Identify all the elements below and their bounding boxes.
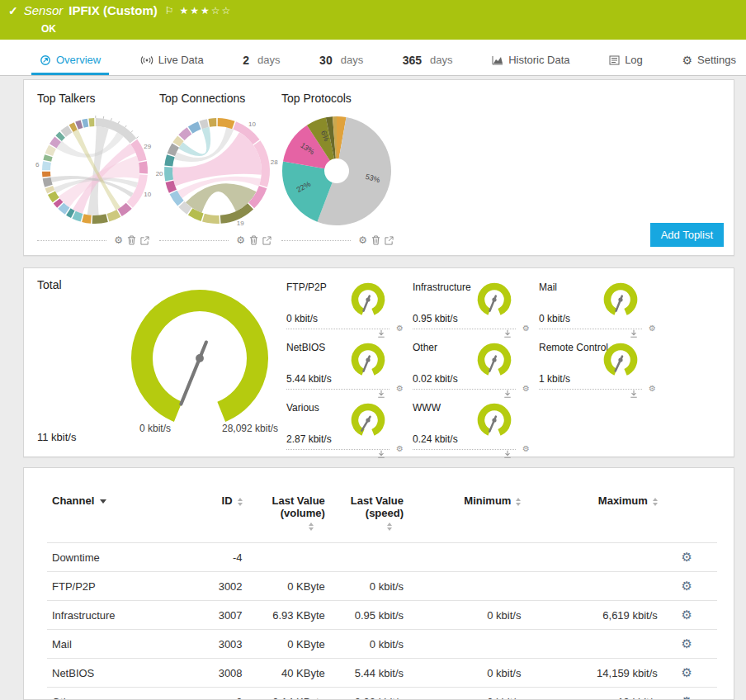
- cell-minimum: [408, 630, 526, 659]
- cell-maximum: [526, 572, 662, 601]
- toplist-options-icon[interactable]: ⚙: [114, 235, 123, 245]
- column-label: ID: [222, 494, 233, 507]
- status-badge: OK: [41, 23, 56, 35]
- tab-log[interactable]: Log: [601, 47, 651, 75]
- cell-minimum: [408, 543, 526, 572]
- tab-2-days-unit: days: [257, 54, 280, 66]
- cell-channel: Other: [47, 688, 187, 700]
- channel-settings-icon[interactable]: ⚙: [682, 636, 692, 650]
- delete-toplist-icon[interactable]: [371, 235, 380, 245]
- tab-settings[interactable]: ⚙ Settings: [673, 47, 744, 75]
- channel-value: 0 kbit/s: [539, 313, 570, 324]
- gauge-settings-icon[interactable]: ⚙: [649, 324, 656, 333]
- overview-icon: [40, 54, 51, 66]
- flag-icon[interactable]: ⚐: [165, 5, 174, 17]
- svg-text:20: 20: [156, 170, 163, 177]
- historic-data-icon: [492, 55, 503, 65]
- table-row: NetBIOS 3008 40 KByte 5.44 kbit/s 0 kbit…: [47, 659, 717, 688]
- tab-live-data-label: Live Data: [158, 54, 204, 66]
- cell-maximum: 14,159 kbit/s: [526, 659, 662, 688]
- tab-historic-data[interactable]: Historic Data: [484, 47, 578, 75]
- sensor-header: ✓ Sensor IPFIX (Custom) ⚐ ★★★☆☆ OK: [0, 0, 746, 40]
- gauges-panel: Total 11 kbit/s 0 kbit/s 28,092 kbit/s F…: [23, 267, 734, 457]
- divider: [37, 239, 106, 241]
- column-header-maximum[interactable]: Maximum: [526, 490, 662, 543]
- sensor-kind-label: Sensor: [24, 3, 64, 17]
- gauge-cell-mail: Mail 0 kbit/s ⚙: [537, 275, 663, 335]
- cell-last-value-speed: 0.95 kbit/s: [330, 601, 408, 630]
- column-label: Channel: [52, 494, 94, 507]
- tab-365-days[interactable]: 365 days: [394, 47, 461, 75]
- channel-value: 0 kbit/s: [286, 313, 318, 324]
- channel-gauge: [473, 340, 516, 380]
- column-header-minimum[interactable]: Minimum: [408, 490, 526, 543]
- cell-last-value-volume: 0 KByte: [248, 630, 330, 659]
- sort-icons: [238, 498, 243, 506]
- open-toplist-icon[interactable]: [262, 236, 271, 245]
- channel-settings-icon[interactable]: ⚙: [682, 550, 692, 564]
- total-gauge-max-label: 28,092 kbit/s: [222, 423, 278, 434]
- channel-name: NetBIOS: [286, 342, 325, 353]
- tab-live-data[interactable]: Live Data: [132, 47, 212, 75]
- svg-text:29: 29: [144, 143, 151, 150]
- open-toplist-icon[interactable]: [385, 236, 394, 245]
- cell-channel: Mail: [47, 630, 187, 659]
- delete-toplist-icon[interactable]: [127, 235, 136, 245]
- table-row: Infrastructure 3007 6.93 KByte 0.95 kbit…: [47, 601, 717, 630]
- divider: [286, 328, 390, 329]
- tab-30-days[interactable]: 30 days: [311, 47, 371, 75]
- cell-last-value-volume: 0 KByte: [248, 572, 330, 601]
- top-protocols-chart[interactable]: 53%22%13%6%: [275, 110, 404, 235]
- column-header-last-value-speed[interactable]: Last Value (speed): [330, 490, 408, 543]
- sort-icons: [653, 498, 658, 506]
- channel-settings-icon[interactable]: ⚙: [682, 665, 692, 679]
- channel-settings-icon[interactable]: ⚙: [682, 579, 692, 593]
- gauge-settings-icon[interactable]: ⚙: [396, 445, 404, 453]
- cell-id: 3007: [187, 601, 247, 630]
- gauge-cell-various: Various 2.87 kbit/s ⚙: [285, 395, 411, 456]
- toplist-title-top-talkers: Top Talkers: [37, 92, 158, 105]
- tab-2-days[interactable]: 2 days: [234, 47, 288, 75]
- column-header-last-value-volume[interactable]: Last Value (volume): [248, 490, 330, 543]
- channel-name: Infrastructure: [413, 281, 471, 293]
- channel-settings-icon[interactable]: ⚙: [682, 694, 692, 700]
- gauge-settings-icon[interactable]: ⚙: [396, 385, 404, 393]
- toplist-options-icon[interactable]: ⚙: [236, 235, 245, 245]
- log-icon: [609, 55, 620, 65]
- tab-overview[interactable]: Overview: [31, 47, 109, 75]
- cell-last-value-volume: 6.93 KByte: [248, 601, 330, 630]
- gauge-settings-icon[interactable]: ⚙: [396, 324, 404, 333]
- channel-gauge: [599, 340, 642, 380]
- channel-value: 1 kbit/s: [539, 373, 570, 385]
- column-label: Minimum: [464, 494, 511, 507]
- top-connections-chart[interactable]: 10281920: [153, 110, 281, 235]
- channel-table: Channel ID Last Value (volume) Last Valu…: [47, 490, 717, 700]
- open-toplist-icon[interactable]: [140, 236, 149, 245]
- channel-name: FTP/P2P: [286, 281, 327, 293]
- channel-name: Remote Control: [539, 342, 608, 353]
- total-gauge-min-label: 0 kbit/s: [139, 423, 171, 434]
- toplist-top-talkers: Top Talkers 29106 ⚙: [35, 90, 158, 248]
- top-talkers-chart[interactable]: 29106: [31, 110, 159, 235]
- cell-minimum: 0 kbit/s: [408, 659, 526, 688]
- toplist-top-connections: Top Connections 10281920 ⚙: [158, 90, 280, 248]
- svg-text:19: 19: [237, 220, 244, 227]
- channel-settings-icon[interactable]: ⚙: [682, 608, 692, 622]
- channel-table-panel: Channel ID Last Value (volume) Last Valu…: [23, 467, 734, 700]
- gauge-settings-icon[interactable]: ⚙: [522, 385, 530, 393]
- gauge-settings-icon[interactable]: ⚙: [522, 324, 530, 333]
- cell-minimum: 0 kbit/s: [408, 601, 526, 630]
- toplists-panel: Top Talkers 29106 ⚙ Top Connections 1028…: [23, 79, 734, 256]
- tab-overview-label: Overview: [56, 54, 101, 66]
- column-header-channel[interactable]: Channel: [47, 490, 187, 543]
- toplist-options-icon[interactable]: ⚙: [358, 235, 367, 245]
- cell-last-value-volume: [248, 543, 330, 572]
- table-row: Other 0 0.14 KByte 0.02 kbit/s 0 kbit/s …: [47, 688, 717, 700]
- gauge-cell-www: WWW 0.24 kbit/s ⚙: [411, 395, 537, 456]
- priority-stars[interactable]: ★★★☆☆: [180, 5, 233, 17]
- add-toplist-button[interactable]: Add Toplist: [650, 223, 724, 247]
- column-header-id[interactable]: ID: [187, 490, 247, 543]
- gauge-settings-icon[interactable]: ⚙: [649, 385, 656, 393]
- delete-toplist-icon[interactable]: [249, 235, 258, 245]
- gauge-settings-icon[interactable]: ⚙: [522, 445, 530, 453]
